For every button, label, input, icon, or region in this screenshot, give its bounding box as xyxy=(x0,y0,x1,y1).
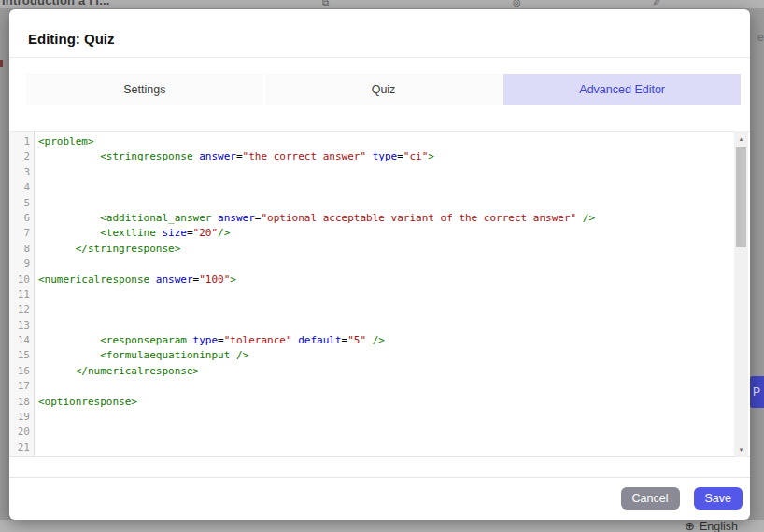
scroll-down-icon[interactable]: ▼ xyxy=(734,442,748,456)
background-page-footer: ⊕ English xyxy=(0,520,764,532)
line-number: 2 xyxy=(9,149,30,164)
edit-pencil-icon: ✎ xyxy=(651,0,661,7)
line-number: 10 xyxy=(9,273,30,287)
editor-scrollbar[interactable]: ▲ ▼ xyxy=(734,131,748,457)
title-divider xyxy=(9,57,750,58)
code-line xyxy=(38,287,735,302)
code-line: </stringresponse> xyxy=(38,242,735,257)
save-button[interactable]: Save xyxy=(694,487,743,510)
line-number: 11 xyxy=(9,287,30,302)
code-line xyxy=(38,410,735,425)
line-number: 19 xyxy=(9,410,30,425)
line-number: 9 xyxy=(9,257,30,272)
line-number: 7 xyxy=(9,226,30,241)
copy-icon: ⧉ xyxy=(322,0,329,8)
line-number: 17 xyxy=(9,379,30,394)
line-number: 20 xyxy=(9,425,30,440)
globe-icon: ⊕ xyxy=(685,521,695,532)
background-page-title: Introduction à l'I... xyxy=(2,0,110,7)
line-number: 21 xyxy=(9,441,30,455)
line-number: 8 xyxy=(9,242,30,257)
line-number: 6 xyxy=(9,211,30,226)
line-number: 5 xyxy=(9,196,30,211)
eye-icon: ◎ xyxy=(513,0,521,7)
modal-title: Editing: Quiz xyxy=(28,31,114,47)
background-text-mark xyxy=(0,60,3,67)
footer-divider xyxy=(9,477,750,478)
line-number: 3 xyxy=(9,165,30,180)
line-number: 18 xyxy=(9,395,30,410)
code-line: <numericalresponse answer="100"> xyxy=(38,273,735,287)
line-number: 15 xyxy=(9,348,30,363)
line-number: 14 xyxy=(9,333,30,348)
background-text-fragment: e xyxy=(757,31,764,44)
language-selector: ⊕ English xyxy=(685,520,738,532)
scroll-up-icon[interactable]: ▲ xyxy=(734,132,748,146)
code-line xyxy=(38,196,735,211)
modal-footer: Cancel Save xyxy=(621,487,743,510)
publish-button-cropped-label: P xyxy=(753,385,760,399)
code-line: <responseparam type="tolerance" default=… xyxy=(38,333,735,348)
edit-quiz-modal: Editing: Quiz Settings Quiz Advanced Edi… xyxy=(9,9,750,520)
code-line: <stringresponse answer="the correct answ… xyxy=(38,149,735,164)
code-line xyxy=(38,425,735,440)
code-area[interactable]: <problem> <stringresponse answer="the co… xyxy=(35,132,750,456)
tab-quiz[interactable]: Quiz xyxy=(265,74,502,105)
code-line xyxy=(38,379,735,394)
line-number: 12 xyxy=(9,302,30,317)
code-line xyxy=(38,302,735,317)
code-line: <additional_answer answer="optional acce… xyxy=(38,211,735,226)
code-line: <formulaequationinput /> xyxy=(38,348,735,363)
line-number: 16 xyxy=(9,364,30,379)
line-number: 4 xyxy=(9,180,30,195)
code-line xyxy=(38,318,735,333)
code-line: <optionresponse> xyxy=(38,395,735,410)
background-page-header: Introduction à l'I... ⧉ ◎ ✎ xyxy=(0,0,764,8)
code-line xyxy=(38,165,735,180)
tab-settings[interactable]: Settings xyxy=(26,74,263,105)
xml-code-editor[interactable]: 123456789101112131415161718192021 <probl… xyxy=(9,131,750,457)
language-label: English xyxy=(700,520,738,532)
line-number-gutter: 123456789101112131415161718192021 xyxy=(9,132,35,456)
scrollbar-thumb[interactable] xyxy=(736,147,746,247)
code-line xyxy=(38,441,735,455)
code-line xyxy=(38,180,735,195)
tab-advanced-editor[interactable]: Advanced Editor xyxy=(503,74,741,105)
publish-button-cropped: P xyxy=(750,376,764,408)
editor-tabs: Settings Quiz Advanced Editor xyxy=(26,74,741,105)
cancel-button[interactable]: Cancel xyxy=(621,487,680,510)
code-line: </numericalresponse> xyxy=(38,364,735,379)
line-number: 1 xyxy=(9,134,30,149)
code-line xyxy=(38,257,735,272)
code-line: <textline size="20"/> xyxy=(38,226,735,241)
line-number: 13 xyxy=(9,318,30,333)
code-line: <problem> xyxy=(38,134,735,149)
